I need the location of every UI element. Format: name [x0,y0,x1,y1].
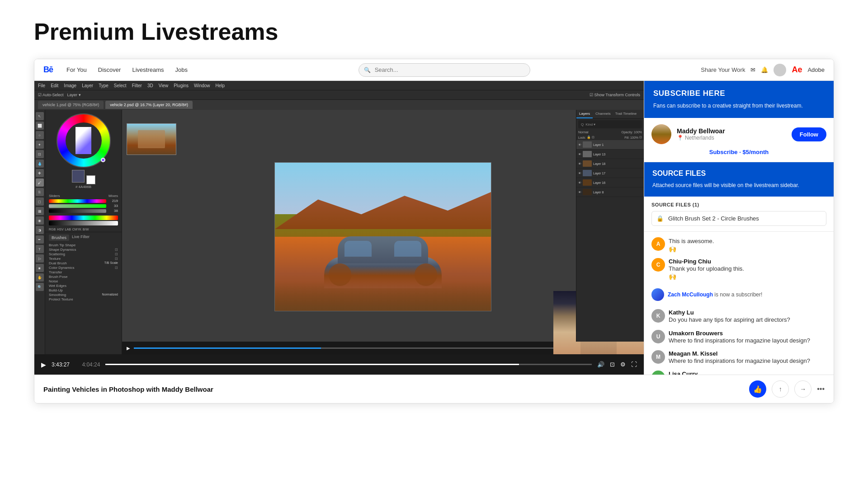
captions-icon[interactable]: ⊡ [610,361,615,368]
bright-slider[interactable] [49,209,106,213]
more-button[interactable]: ••• [817,385,825,393]
subscriber-name[interactable]: Zach McCullough [668,291,713,298]
ps-menu-view[interactable]: View [159,83,169,88]
ps-left-toolbar: ↖ ⬜ ○ ✦ ⊡ 💧 ✚ 🖌 ⎘ ◻ ▦ ◉ ◑ ✒ T ▷ ■ [34,110,45,354]
ps-menu-filter[interactable]: Filter [132,83,142,88]
behance-logo[interactable]: Bē [43,65,53,75]
layer-visibility-1[interactable]: 👁 [578,143,581,146]
layer-item-2[interactable]: 👁 Layer 13 [576,150,644,159]
layers-tab[interactable]: Layers [576,110,593,118]
clone-tool[interactable]: ⎘ [36,188,44,196]
color-wheel[interactable] [57,113,111,168]
dodge-tool[interactable]: ◑ [36,226,44,234]
subscribe-price-button[interactable]: Subscribe · $5/month [651,144,826,155]
subscribe-tooltip-desc: Fans can subscribe to a creative straigh… [653,102,825,110]
video-controls: ▶ 3:43:27 4:04:24 🔊 ⊡ ⚙ ⛶ [34,354,644,375]
layer-visibility-3[interactable]: 👁 [578,162,581,165]
crop-tool[interactable]: ⊡ [36,150,44,158]
layer-item-3[interactable]: 👁 Layer 18 [576,159,644,169]
source-file-item[interactable]: 🔒 Glitch Brush Set 2 - Circle Brushes [651,211,826,226]
ps-tab-2[interactable]: vehicle 2.psd @ 16.7% (Layer 20, RGB/8#) [105,101,193,109]
lock-icon2[interactable]: ⊡ [592,136,594,139]
ps-tab-1[interactable]: vehicle 1.psd @ 75% (RGB/8#) [38,101,104,109]
share-button[interactable]: ↑ [772,380,789,398]
type-tool[interactable]: T [36,245,44,253]
eraser-tool[interactable]: ◻ [36,197,44,206]
live-filter-tab[interactable]: Live Filter [72,235,90,241]
sat-slider[interactable] [49,204,106,208]
stream-progress-bar[interactable] [134,347,601,349]
ps-menu-file[interactable]: File [38,83,45,88]
forward-button[interactable]: → [794,380,811,398]
mail-icon[interactable]: ✉ [750,66,755,73]
brushes-tab[interactable]: Brushes [49,235,69,241]
layer-item-1[interactable]: 👁 Layer 1 [576,140,644,150]
move-tool[interactable]: ↖ [36,112,44,120]
fullscreen-icon[interactable]: ⛶ [631,361,637,368]
lasso-tool[interactable]: ○ [36,131,44,139]
ps-menu-type[interactable]: Type [99,83,108,88]
layer-item-4[interactable]: 👁 Layer 17 [576,169,644,178]
healing-tool[interactable]: ✚ [36,169,44,177]
marquee-tool[interactable]: ⬜ [36,122,44,130]
channels-tab[interactable]: Channels [593,110,613,118]
volume-icon[interactable]: 🔊 [597,361,604,368]
lock-icon[interactable]: 🔒 [587,136,591,139]
gradient-tool[interactable]: ▦ [36,207,44,215]
layer-item-6[interactable]: 👁 Layer 8 [576,188,644,197]
path-select-tool[interactable]: ▷ [36,254,44,263]
comment-text-3: Do you have any tips for aspiring art di… [669,316,790,324]
color-picker-dot[interactable] [101,158,105,162]
ps-menu-help[interactable]: Help [216,83,225,88]
background-color[interactable] [86,175,95,184]
play-button[interactable]: ▶ [41,361,46,368]
like-button[interactable]: 👍 [749,380,766,398]
settings-icon[interactable]: ⚙ [620,361,626,368]
user-avatar-nav[interactable] [774,64,786,76]
sat-slider-row: 33 [49,204,118,208]
trail-timeline-tab[interactable]: Trail Timeline [613,110,638,118]
layer-item-5[interactable]: 👁 Layer 16 [576,178,644,188]
ps-menu-layer[interactable]: Layer [82,83,93,88]
mixes-label: Mixes [108,194,118,198]
layer-visibility-5[interactable]: 👁 [578,181,581,184]
nav-livestreams[interactable]: Livestreams [132,66,164,73]
bell-icon[interactable]: 🔔 [761,66,768,73]
search-input[interactable] [359,63,530,77]
ps-menu-window[interactable]: Window [194,83,210,88]
layer-visibility-2[interactable]: 👁 [578,153,581,156]
window-right [394,241,421,257]
layer-visibility-6[interactable]: 👁 [578,191,581,194]
hue-slider[interactable] [49,199,106,203]
layer-search-bar[interactable]: Q Kind ▾ [578,120,642,128]
foreground-color[interactable] [72,170,85,183]
eyedropper-tool[interactable]: 💧 [36,160,44,168]
layer-visibility-4[interactable]: 👁 [578,172,581,175]
shape-tool[interactable]: ■ [36,264,44,272]
ps-menu-image[interactable]: Image [64,83,76,88]
pen-tool[interactable]: ✒ [36,235,44,244]
follow-button[interactable]: Follow [792,127,826,141]
nav-discover[interactable]: Discover [98,66,121,73]
source-files-panel: SOURCE FILES (1) 🔒 Glitch Brush Set 2 - … [644,197,834,232]
nav-jobs[interactable]: Jobs [175,66,188,73]
ps-menu-edit[interactable]: Edit [51,83,58,88]
video-title-bar: Painting Vehicles in Photoshop with Madd… [34,375,834,403]
stream-play-btn[interactable]: ▶ [127,346,130,351]
ps-menu-plugins[interactable]: Plugins [174,83,189,88]
quick-select-tool[interactable]: ✦ [36,141,44,149]
gray-bar[interactable] [49,221,118,225]
ps-menu-3d[interactable]: 3D [147,83,153,88]
commenter-avatar-5: M [651,350,665,364]
commenter-name-5: Meagan M. Kissel [669,350,810,357]
reference-image [127,123,176,155]
hand-tool[interactable]: ✋ [36,273,44,282]
nav-for-you[interactable]: For You [66,66,87,73]
video-progress-bar[interactable] [105,364,592,365]
brush-tool[interactable]: 🖌 [36,178,44,187]
spectrum-bar[interactable] [49,216,118,220]
zoom-tool[interactable]: 🔍 [36,283,44,291]
ps-menu-select[interactable]: Select [114,83,127,88]
blur-tool[interactable]: ◉ [36,216,44,225]
layer-search-icon: Q [581,122,584,127]
